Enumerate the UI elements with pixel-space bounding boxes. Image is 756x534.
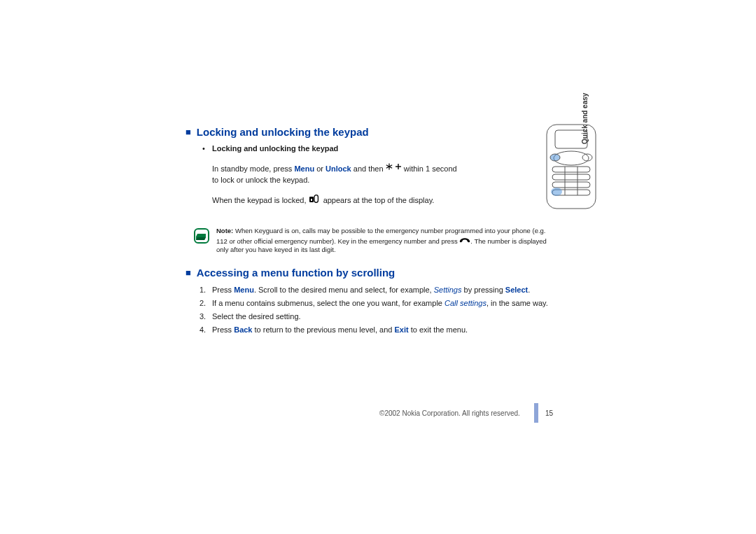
- footer-divider-bar: [534, 403, 538, 423]
- section-accessing-menu: ■Accessing a menu function by scrolling …: [186, 267, 550, 335]
- settings-ref: Settings: [434, 286, 462, 294]
- page-footer: ©2002 Nokia Corporation. All rights rese…: [0, 403, 560, 423]
- heading-locking: ■Locking and unlocking the keypad: [186, 126, 550, 138]
- list-item: 1. Press Menu. Scroll to the desired men…: [200, 284, 550, 295]
- note-label: Note:: [216, 227, 233, 234]
- note-icon: [194, 228, 209, 244]
- svg-rect-12: [552, 167, 590, 172]
- list-item: 2. If a menu contains submenus, select t…: [200, 297, 550, 309]
- heading-accessing-text: Accessing a menu function by scrolling: [197, 267, 395, 279]
- menu-link: Menu: [234, 286, 254, 294]
- note-block: Note: When Keyguard is on, calls may be …: [194, 227, 550, 254]
- heading-square-icon: ■: [186, 127, 191, 137]
- document-page: Quick and easy ■Locking and unlocking th…: [0, 0, 756, 534]
- page-number: 15: [545, 409, 553, 417]
- heading-accessing: ■Accessing a menu function by scrolling: [186, 267, 550, 279]
- heading-square-icon: ■: [186, 267, 191, 278]
- exit-link: Exit: [395, 325, 409, 334]
- svg-rect-13: [552, 174, 590, 180]
- section-locking: ■Locking and unlocking the keypad • Lock…: [186, 126, 550, 254]
- subheading-row: • Locking and unlocking the keypad: [202, 143, 550, 154]
- subheading-locking: Locking and unlocking the keypad: [212, 143, 338, 154]
- para-lock-icon-info: When the keypad is locked, appears at th…: [212, 193, 458, 206]
- list-item: 4. Press Back to return to the previous …: [200, 324, 550, 335]
- svg-rect-8: [555, 130, 587, 148]
- svg-point-18: [551, 188, 562, 196]
- svg-rect-14: [552, 182, 590, 188]
- note-text: Note: When Keyguard is on, calls may be …: [216, 227, 550, 254]
- unlock-link: Unlock: [326, 164, 351, 173]
- heading-locking-text: Locking and unlocking the keypad: [197, 126, 369, 138]
- svg-point-10: [550, 154, 560, 161]
- svg-rect-6: [311, 199, 312, 201]
- menu-link: Menu: [294, 164, 314, 173]
- bullet-icon: •: [202, 143, 212, 154]
- select-link: Select: [505, 286, 528, 294]
- back-link: Back: [234, 325, 252, 334]
- call-settings-ref: Call settings: [444, 299, 486, 307]
- page-content: ■Locking and unlocking the keypad • Lock…: [186, 126, 550, 337]
- call-key-icon: [459, 236, 470, 245]
- asterisk-key-icon: [386, 162, 393, 173]
- lock-icon: [309, 193, 321, 204]
- plus-key-icon: [395, 162, 402, 173]
- para-lock-instructions: In standby mode, press Menu or Unlock an…: [212, 162, 458, 185]
- list-item: 3. Select the desired setting.: [200, 311, 550, 322]
- phone-illustration: [544, 123, 598, 210]
- copyright-text: ©2002 Nokia Corporation. All rights rese…: [379, 409, 520, 417]
- accessing-steps-list: 1. Press Menu. Scroll to the desired men…: [200, 284, 550, 335]
